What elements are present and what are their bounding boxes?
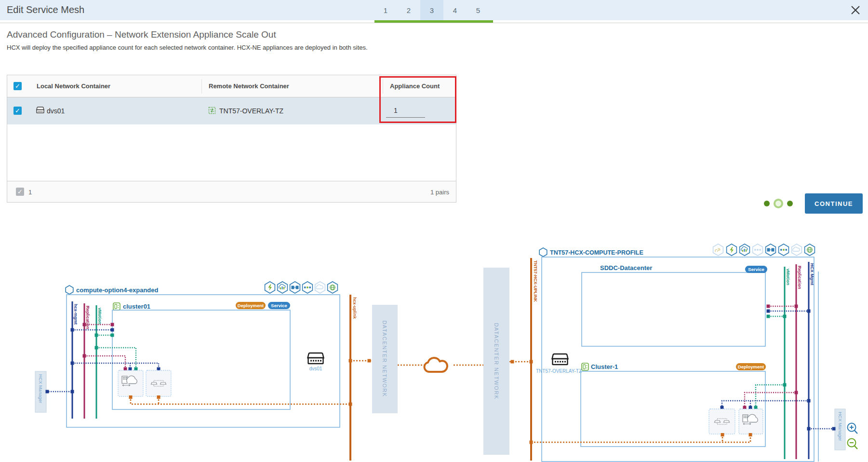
cluster-icon	[113, 303, 120, 310]
datacenter-network-label-left: DATACENTER NETWORK	[382, 320, 387, 397]
middle-network: hcx-uplink DATACENTER NETWORK DATACENTER…	[349, 268, 533, 461]
step-1[interactable]: 1	[374, 0, 397, 20]
ne-appliance-box	[146, 370, 171, 396]
close-icon[interactable]	[850, 4, 861, 16]
cloud-icon	[425, 358, 448, 372]
left-cluster-connectors	[71, 323, 114, 337]
svg-text:Service: Service	[748, 267, 764, 272]
local-container-name: dvs01	[47, 107, 65, 115]
selected-count: 1	[28, 189, 32, 196]
cluster1-box	[581, 371, 765, 447]
dialog-title: Edit Service Mesh	[7, 4, 84, 15]
sddc-connectors	[767, 305, 811, 318]
right-profile-service-icons	[713, 244, 815, 256]
svg-text:Deployment: Deployment	[238, 303, 264, 308]
cluster01-label: cluster01	[123, 303, 150, 310]
left-rails: hcx-mgmt Replication vMotion	[72, 301, 102, 419]
compute-profile-icon	[539, 248, 547, 257]
header-divider	[0, 23, 868, 23]
hcx-mgmt-label-right: HCX Mgmt	[810, 263, 815, 285]
page-title: Advanced Configuration – Network Extensi…	[7, 29, 276, 40]
step-2[interactable]: 2	[397, 0, 420, 20]
overlay-tz-label: TNT57-OVERLAY-TZ	[536, 368, 582, 374]
switch-icon	[36, 106, 45, 114]
vmotion-label: vMotion	[97, 308, 102, 325]
right-profile-box	[542, 257, 814, 462]
left-profile-box	[67, 295, 340, 427]
ne-appliance-box-right	[709, 409, 735, 434]
hcx-mgmt-label: hcx-mgmt	[73, 304, 78, 325]
page-description: HCX will deploy the specified appliance …	[7, 44, 368, 51]
column-local: Local Network Container	[37, 82, 110, 90]
transport-zone-icon	[208, 107, 216, 114]
left-uplink-connectors	[129, 395, 352, 406]
row-checkbox[interactable]: ✓	[13, 107, 22, 115]
tnt57-uplink-label: TNT57-HCX-UPLINK	[533, 260, 538, 302]
zoom-out-button[interactable]	[848, 439, 858, 449]
dot-complete	[787, 201, 793, 206]
hcx-uplink-label: hcx-uplink	[352, 297, 357, 319]
cluster1-label: Cluster-1	[591, 363, 618, 370]
column-remote: Remote Network Container	[209, 82, 289, 90]
table-footer: ✓ 1 1 pairs	[7, 181, 456, 202]
datacenter-network-label-right: DATACENTER NETWORK	[494, 323, 499, 399]
dvs01-switch-icon	[308, 353, 324, 364]
select-all-checkbox[interactable]: ✓	[13, 82, 22, 90]
hcx-manager-label: HCX Manager	[38, 374, 43, 403]
column-separator	[201, 79, 202, 94]
right-profile-name: TNT57-HCX-COMPUTE-PROFILE	[550, 249, 643, 256]
hcx-manager-label-right: HCX Manager	[838, 412, 843, 441]
cluster1-icon	[582, 363, 588, 370]
zoom-in-button[interactable]	[848, 423, 858, 434]
vmotion-label-right: vMotion	[786, 269, 790, 285]
right-compute-profile: TNT57-HCX-UPLINK TNT57-HCX-COMPUTE-PROFI…	[530, 244, 858, 462]
step-3[interactable]: 3	[420, 0, 443, 20]
dvs01-label: dvs01	[309, 366, 322, 371]
left-profile-name: compute-option4-expanded	[76, 286, 159, 294]
pairs-count: 1 pairs	[430, 189, 449, 196]
compute-profile-icon	[66, 285, 73, 294]
overlay-tz-switch-icon	[552, 354, 568, 365]
dot-current	[775, 200, 782, 207]
sddc-datacenter-label: SDDC-Datacenter	[600, 264, 652, 272]
dot-complete	[764, 201, 770, 206]
svg-text:Service: Service	[271, 303, 287, 308]
sddc-datacenter-box	[582, 272, 765, 346]
step-4[interactable]: 4	[443, 0, 467, 20]
svg-text:Deployment: Deployment	[738, 364, 764, 369]
left-compute-profile: compute-option4-expanded hcx-mgmt	[35, 282, 352, 427]
left-profile-service-icons	[265, 282, 338, 293]
replication-label-right: Replication	[797, 266, 802, 289]
remote-container-name: TNT57-OVERLAY-TZ	[219, 107, 283, 115]
right-uplink-connectors	[530, 433, 752, 444]
step-5[interactable]: 5	[467, 0, 490, 20]
service-mesh-diagram: compute-option4-expanded hcx-mgmt	[0, 207, 868, 462]
footer-checkbox-icon: ✓	[16, 188, 24, 196]
wizard-steps: 1 2 3 4 5	[374, 0, 490, 20]
appliance-count-highlight	[379, 76, 456, 123]
